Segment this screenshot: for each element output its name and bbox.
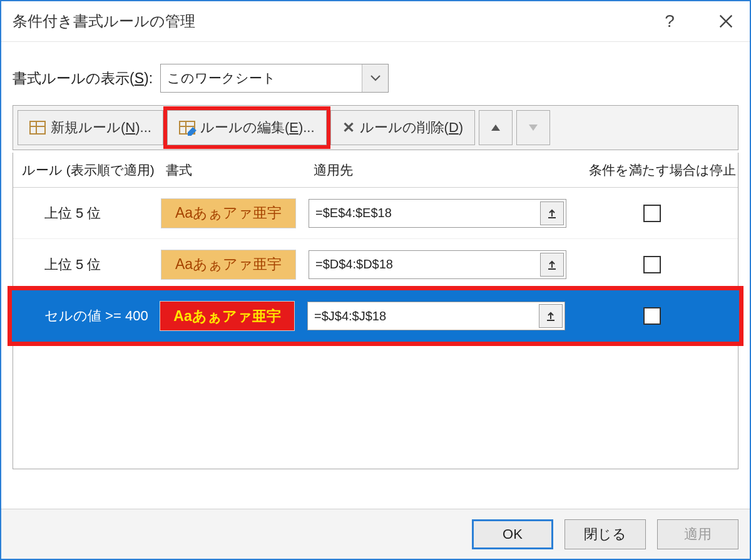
applies-input[interactable] <box>309 251 540 278</box>
triangle-down-icon <box>528 123 539 132</box>
dialog-window: 条件付き書式ルールの管理 ? 書式ルールの表示(S): このワークシート 新規ル <box>0 0 751 560</box>
apply-button[interactable]: 適用 <box>657 519 738 549</box>
applies-range[interactable] <box>307 302 565 330</box>
dialog-title: 条件付き書式ルールの管理 <box>13 11 195 31</box>
grid-edit-icon <box>179 121 195 135</box>
ok-button[interactable]: OK <box>472 519 553 549</box>
rule-name: セルの値 >= 400 <box>12 307 160 325</box>
applies-input[interactable] <box>309 200 540 227</box>
delete-x-icon: ✕ <box>342 119 355 136</box>
help-button[interactable]: ? <box>657 9 682 34</box>
format-preview: Aaあぁアァ亜宇 <box>161 250 296 280</box>
stop-if-true-checkbox[interactable] <box>643 205 661 222</box>
applies-input[interactable] <box>308 302 539 330</box>
filter-row: 書式ルールの表示(S): このワークシート <box>13 64 738 93</box>
range-picker-icon <box>546 208 558 219</box>
grid-new-icon <box>29 121 46 135</box>
format-preview: Aaあぁアァ亜宇 <box>160 301 295 331</box>
col-rule: ルール (表示順で適用) <box>13 161 161 179</box>
move-down-button[interactable] <box>516 110 550 145</box>
rule-row[interactable]: 上位 5 位Aaあぁアァ亜宇 <box>13 239 738 290</box>
format-preview: Aaあぁアァ亜宇 <box>161 198 296 228</box>
close-button[interactable] <box>713 9 738 34</box>
stop-if-true-checkbox[interactable] <box>643 307 661 325</box>
rules-header: ルール (表示順で適用) 書式 適用先 条件を満たす場合は停止 <box>13 153 738 188</box>
range-picker-button[interactable] <box>540 253 564 277</box>
col-format: 書式 <box>161 161 309 179</box>
close-dialog-button[interactable]: 閉じる <box>565 519 646 549</box>
range-picker-button[interactable] <box>540 201 564 225</box>
range-picker-icon <box>545 310 556 322</box>
range-picker-button[interactable] <box>539 304 563 328</box>
rules-panel: ルール (表示順で適用) 書式 適用先 条件を満たす場合は停止 上位 5 位Aa… <box>13 153 738 469</box>
delete-rule-button[interactable]: ✕ ルールの削除(D) <box>330 110 476 145</box>
applies-range[interactable] <box>309 250 566 279</box>
bottom-bar: OK 閉じる 適用 <box>1 509 750 559</box>
move-up-button[interactable] <box>479 110 513 145</box>
rule-name: 上位 5 位 <box>13 204 161 223</box>
rule-name: 上位 5 位 <box>13 255 161 274</box>
range-picker-icon <box>546 259 558 270</box>
chevron-down-icon[interactable] <box>362 64 388 92</box>
col-stop: 条件を満たす場合は停止 <box>584 161 738 179</box>
col-applies: 適用先 <box>309 161 584 179</box>
filter-label: 書式ルールの表示(S): <box>13 69 153 88</box>
close-icon <box>717 13 735 30</box>
rule-row[interactable]: 上位 5 位Aaあぁアァ亜宇 <box>13 188 738 239</box>
filter-value: このワークシート <box>167 69 276 87</box>
filter-combobox[interactable]: このワークシート <box>160 64 389 93</box>
new-rule-button[interactable]: 新規ルール(N)... <box>18 110 163 145</box>
triangle-up-icon <box>490 123 501 132</box>
titlebar: 条件付き書式ルールの管理 ? <box>1 1 750 42</box>
stop-if-true-checkbox[interactable] <box>643 256 661 273</box>
edit-rule-button[interactable]: ルールの編集(E)... <box>167 110 327 145</box>
applies-range[interactable] <box>309 199 566 228</box>
rule-row[interactable]: セルの値 >= 400Aaあぁアァ亜宇 <box>12 290 739 342</box>
toolbar: 新規ルール(N)... ルールの編集(E)... ✕ ルールの削除(D) <box>13 105 738 150</box>
